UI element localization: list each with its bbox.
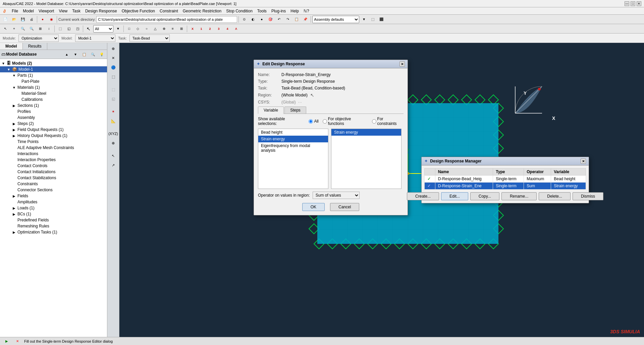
- tab-model[interactable]: Model: [0, 43, 23, 50]
- menu-extra[interactable]: ℕ?: [302, 8, 311, 14]
- tb-btn11[interactable]: ⬛: [377, 16, 385, 23]
- model-select[interactable]: Model-1: [75, 34, 115, 42]
- ok-button[interactable]: OK: [302, 203, 325, 211]
- menu-model[interactable]: Model: [21, 8, 36, 14]
- status-play-btn[interactable]: ▶: [3, 338, 11, 345]
- tab-results[interactable]: Results: [23, 43, 47, 50]
- menu-constraint[interactable]: Constraint: [158, 8, 180, 14]
- tree-calibrations[interactable]: Calibrations: [0, 96, 107, 102]
- tree-sections[interactable]: ▶ Sections (1): [0, 102, 107, 109]
- tree-field-output[interactable]: ▶ Field Output Requests (1): [0, 127, 107, 133]
- selection-filter[interactable]: All: [93, 25, 113, 32]
- tree-parts[interactable]: ▼ Parts (1): [0, 72, 107, 78]
- tree-bcs[interactable]: ▶ BCs (1): [0, 211, 107, 217]
- tree-assembly[interactable]: Assembly: [0, 115, 107, 121]
- strip-btn3[interactable]: 🔵: [109, 63, 118, 72]
- axis-btn6[interactable]: Λ: [232, 25, 240, 32]
- tb-btn3[interactable]: ●: [258, 16, 266, 23]
- select-btn3[interactable]: ○: [143, 25, 151, 32]
- tb-btn2[interactable]: ◐: [249, 16, 257, 23]
- tb-btn10[interactable]: ⬚: [369, 16, 377, 23]
- maximize-btn[interactable]: □: [631, 1, 635, 6]
- strip-btn8[interactable]: 📐: [109, 117, 118, 125]
- axis-btn5[interactable]: 4: [223, 25, 231, 32]
- left-list-eigenfreq[interactable]: Eigenfrequency from modal analysis: [258, 142, 328, 154]
- tree-contact-init[interactable]: Contact Initializations: [0, 169, 107, 175]
- axis-btn1[interactable]: X: [189, 25, 197, 32]
- nav-btn5[interactable]: ⊞: [36, 25, 44, 32]
- tree-part-plate[interactable]: Part-Plate: [0, 78, 107, 84]
- manager-title-bar[interactable]: ✦ Design Response Manager ✕: [422, 157, 589, 165]
- nav-btn2[interactable]: +: [10, 25, 18, 32]
- tb-btn7[interactable]: 📋: [292, 16, 301, 23]
- close-btn[interactable]: ✕: [637, 1, 641, 6]
- view-btn1[interactable]: ⬚: [56, 25, 64, 32]
- right-list-strain-energy[interactable]: Strain energy: [331, 129, 401, 136]
- operator-select[interactable]: Sum of values Maximum Minimum: [313, 192, 360, 199]
- tb-btn5[interactable]: ↶: [275, 16, 283, 23]
- tb-btn4[interactable]: 🎯: [266, 16, 274, 23]
- tree-material-steel[interactable]: Material-Steel: [0, 90, 107, 96]
- db-btn2[interactable]: ▼: [71, 51, 79, 58]
- cursor-btn[interactable]: ↖: [85, 25, 93, 32]
- edit-dr-title-bar[interactable]: ✦ Edit Design Response ✕: [254, 60, 408, 68]
- tree-contact-stab[interactable]: Contact Stabilizations: [0, 175, 107, 181]
- db-btn5[interactable]: 💡: [98, 51, 106, 58]
- view-btn3[interactable]: ◳: [73, 25, 82, 32]
- view-btn2[interactable]: ◱: [65, 25, 73, 32]
- minimize-btn[interactable]: —: [625, 1, 629, 6]
- select-btn5[interactable]: ⊕: [160, 25, 168, 32]
- edit-btn[interactable]: Edit...: [441, 192, 468, 200]
- left-list-bead-height[interactable]: Bead height: [258, 129, 328, 136]
- delete-btn[interactable]: Delete...: [539, 192, 571, 200]
- manager-row-0[interactable]: ✓ D-Response-Bead_Heig Single-term Maxim…: [425, 176, 586, 183]
- new-btn[interactable]: 📄: [1, 16, 9, 23]
- select-btn6[interactable]: ≡: [169, 25, 177, 32]
- tree-time-points[interactable]: Time Points: [0, 139, 107, 145]
- db-btn1[interactable]: ▲: [63, 51, 71, 58]
- print-btn[interactable]: 🖨: [28, 16, 36, 23]
- tree-steps[interactable]: ▶ Steps (2): [0, 121, 107, 127]
- tree-interaction-props[interactable]: Interaction Properties: [0, 157, 107, 163]
- redo-btn[interactable]: ◉: [47, 16, 55, 23]
- cancel-button[interactable]: Cancel: [330, 203, 359, 211]
- save-btn[interactable]: 💾: [19, 16, 27, 23]
- copy-btn[interactable]: Copy...: [470, 192, 499, 200]
- db-btn3[interactable]: 📋: [80, 51, 88, 58]
- tb-btn8[interactable]: 📌: [301, 16, 309, 23]
- create-btn[interactable]: Create...: [407, 192, 439, 200]
- assembly-select[interactable]: Assembly defaults: [312, 16, 359, 23]
- strip-btn11[interactable]: ↖: [109, 151, 118, 160]
- tree-constraints[interactable]: Constraints: [0, 181, 107, 187]
- select-btn4[interactable]: △: [151, 25, 159, 32]
- tree-connector-sections[interactable]: Connector Sections: [0, 187, 107, 193]
- menu-design-response[interactable]: Design Response: [83, 8, 119, 14]
- axis-btn3[interactable]: 2: [206, 25, 214, 32]
- menu-stop-condition[interactable]: Stop Condition: [224, 8, 255, 14]
- left-list-strain-energy[interactable]: Strain energy: [258, 136, 328, 142]
- task-select[interactable]: Task-Bead: [129, 34, 170, 42]
- tree-profiles[interactable]: Profiles: [0, 109, 107, 115]
- tree-contact-controls[interactable]: Contact Controls: [0, 163, 107, 169]
- manager-close-btn[interactable]: ✕: [581, 158, 586, 164]
- tree-model1[interactable]: ▼ 📦 Model-1: [0, 66, 107, 72]
- strip-btn10[interactable]: ⊕: [109, 139, 118, 147]
- nav-btn3[interactable]: 🔍: [19, 25, 27, 32]
- manager-row-1[interactable]: ✓ D-Response-Strain_Ene Single-term Sum …: [425, 183, 586, 190]
- menu-task[interactable]: Task: [70, 8, 83, 14]
- tree-loads[interactable]: ▶ Loads (1): [0, 205, 107, 211]
- tree-remeshing-rules[interactable]: Remeshing Rules: [0, 223, 107, 229]
- menu-geometric-restriction[interactable]: Geometric Restriction: [181, 8, 223, 14]
- filter-btn[interactable]: ▼: [114, 25, 122, 32]
- radio-all[interactable]: All: [309, 119, 318, 124]
- radio-obj[interactable]: For objective functions: [323, 117, 368, 126]
- tree-materials[interactable]: ▼ Materials (1): [0, 84, 107, 90]
- strip-btn5[interactable]: ⬚: [109, 85, 118, 94]
- cwd-input[interactable]: [96, 16, 237, 23]
- tb-btn1[interactable]: ⊙: [240, 16, 248, 23]
- tab-variable[interactable]: Variable: [258, 107, 284, 114]
- rename-btn[interactable]: Rename...: [501, 192, 537, 200]
- strip-btn12[interactable]: ↗: [109, 161, 118, 169]
- menu-help[interactable]: Help: [288, 8, 301, 14]
- db-btn4[interactable]: 🔍: [89, 51, 97, 58]
